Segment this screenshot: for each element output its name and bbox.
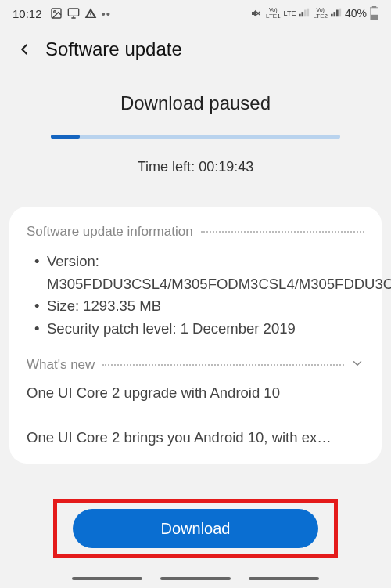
back-button[interactable] [13, 38, 36, 61]
chevron-left-icon [16, 41, 33, 58]
svg-rect-6 [307, 8, 310, 16]
nav-home[interactable] [160, 577, 231, 580]
signal-icon-2 [331, 8, 342, 20]
display-icon [67, 7, 80, 20]
svg-rect-13 [371, 15, 378, 20]
svg-rect-8 [333, 12, 335, 16]
header: Software update [0, 23, 391, 69]
svg-rect-10 [339, 8, 341, 16]
whats-new-title: What's new [27, 357, 95, 373]
page-title: Software update [45, 38, 182, 60]
whats-new-section: What's new One UI Core 2 upgrade with An… [27, 356, 364, 449]
svg-rect-9 [336, 9, 339, 16]
sim2-indicator: Vo) LTE2 [313, 7, 328, 20]
highlight-box: Download [53, 499, 338, 558]
warning-icon [84, 7, 97, 20]
status-bar: 10:12 •• Vo) LTE1 LTE Vo) LTE2 40% [0, 0, 391, 23]
image-icon [50, 7, 63, 20]
version-row: Version: M305FDDU3CSL4/M305FODM3CSL4/M30… [34, 251, 364, 295]
time-left: Time left: 00:19:43 [0, 159, 391, 175]
svg-rect-3 [299, 13, 301, 16]
nav-recent[interactable] [72, 577, 142, 580]
network-type-1: LTE [284, 10, 296, 16]
info-section-header: Software update information [27, 224, 364, 240]
whats-new-header[interactable]: What's new [27, 356, 364, 373]
nav-back[interactable] [249, 577, 319, 580]
info-card: Software update information Version: M30… [9, 207, 382, 464]
dotted-divider [201, 231, 364, 233]
svg-rect-4 [302, 12, 304, 16]
download-status: Download paused [0, 92, 391, 114]
svg-rect-7 [331, 13, 333, 16]
status-left: 10:12 •• [13, 7, 111, 20]
bottom-area: Download [0, 499, 391, 580]
download-button[interactable]: Download [73, 509, 318, 548]
navigation-bar [16, 572, 375, 580]
signal-icon-1 [299, 8, 310, 20]
clock: 10:12 [13, 7, 42, 20]
svg-rect-2 [68, 9, 78, 16]
patch-row: Security patch level: 1 December 2019 [34, 318, 364, 341]
info-list: Version: M305FDDU3CSL4/M305FODM3CSL4/M30… [27, 251, 364, 341]
chevron-down-icon [350, 356, 364, 373]
svg-point-1 [53, 11, 56, 13]
more-icon: •• [102, 7, 112, 20]
battery-icon [370, 6, 378, 20]
mute-icon [250, 7, 263, 20]
info-section-title: Software update information [27, 224, 193, 240]
whats-new-line2: One UI Core 2 brings you Android 10, wit… [27, 426, 364, 449]
progress-fill [51, 135, 80, 139]
progress-bar [51, 135, 340, 139]
download-status-section: Download paused Time left: 00:19:43 [0, 69, 391, 183]
battery-percent: 40% [345, 7, 367, 20]
whats-new-line1: One UI Core 2 upgrade with Android 10 [27, 381, 364, 405]
dotted-divider [102, 364, 344, 366]
sim1-indicator: Vo) LTE1 [266, 7, 281, 20]
svg-rect-5 [304, 9, 307, 16]
status-right: Vo) LTE1 LTE Vo) LTE2 40% [250, 6, 378, 20]
size-row: Size: 1293.35 MB [34, 295, 364, 318]
